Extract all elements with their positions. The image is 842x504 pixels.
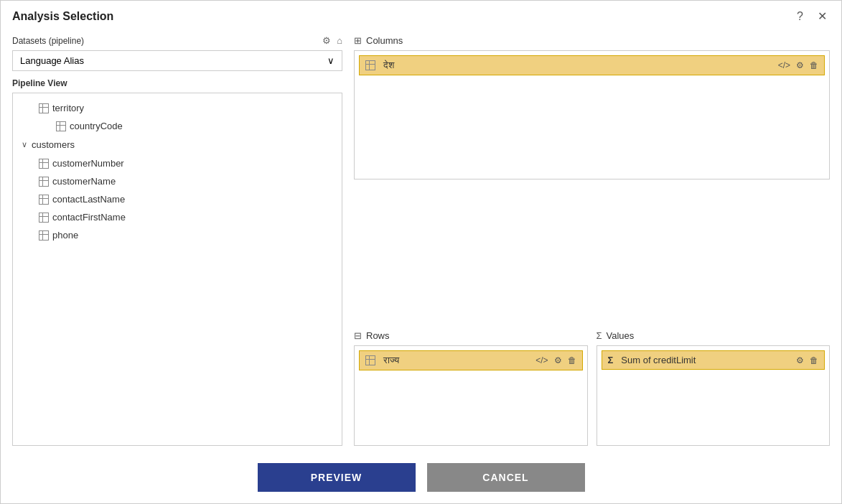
dialog-title: Analysis Selection (12, 10, 113, 23)
tree-label: contactLastName (52, 194, 125, 205)
table-icon (39, 195, 49, 205)
sigma-icon: Σ (597, 330, 602, 341)
rows-label: Rows (366, 330, 390, 341)
tree-item-phone[interactable]: phone (16, 226, 339, 244)
dialog-footer: PREVIEW CANCEL (1, 452, 841, 503)
columns-icon: ⊞ (354, 35, 362, 46)
tree-item-territory[interactable]: territory (16, 99, 339, 117)
cancel-button[interactable]: CANCEL (427, 463, 585, 492)
field-pill-left: Σ Sum of creditLimit (608, 355, 696, 365)
tree-group-label: customers (32, 139, 75, 150)
value-field-creditLimit[interactable]: Σ Sum of creditLimit ⚙ 🗑 (602, 350, 825, 370)
sum-icon: Σ (608, 355, 614, 365)
home-icon[interactable]: ⌂ (337, 35, 342, 46)
delete-icon[interactable]: 🗑 (568, 355, 576, 365)
filter-icon[interactable]: ⚙ (322, 35, 331, 46)
tree-label: contactFirstName (52, 212, 126, 223)
tree-label: phone (52, 230, 78, 241)
tree-label: customerName (52, 176, 116, 187)
values-label: Values (607, 330, 635, 341)
pipeline-view-label: Pipeline View (12, 78, 342, 88)
rows-section: ⊟ Rows राज्य </> ⚙ (354, 330, 588, 446)
table-icon (39, 230, 49, 241)
table-icon (39, 159, 49, 169)
field-pill-actions: </> ⚙ 🗑 (535, 355, 576, 365)
left-panel: Datasets (pipeline) ⚙ ⌂ Language Alias ∨… (12, 35, 342, 446)
values-header: Σ Values (597, 330, 831, 341)
field-label: राज्य (383, 355, 399, 366)
help-button[interactable]: ? (794, 9, 806, 24)
table-icon (39, 103, 49, 113)
tree-item-contactFirstName[interactable]: contactFirstName (16, 208, 339, 226)
tree-label: countryCode (70, 121, 123, 131)
dataset-icons: ⚙ ⌂ (322, 35, 342, 46)
dataset-label-row: Datasets (pipeline) ⚙ ⌂ (12, 35, 342, 46)
tree-item-customerNumber[interactable]: customerNumber (16, 154, 339, 172)
dialog-header: Analysis Selection ? ✕ (1, 1, 841, 29)
columns-section: ⊞ Columns देश </> ⚙ 🗑 (354, 35, 830, 322)
field-pill-actions: ⚙ 🗑 (796, 355, 818, 365)
columns-body[interactable]: देश </> ⚙ 🗑 (354, 50, 830, 179)
columns-header: ⊞ Columns (354, 35, 830, 46)
dataset-dropdown[interactable]: Language Alias ∨ (12, 50, 342, 71)
field-table-icon (365, 355, 375, 365)
table-icon (39, 213, 49, 223)
dropdown-value: Language Alias (20, 55, 84, 66)
table-icon (39, 177, 49, 187)
column-field-desh[interactable]: देश </> ⚙ 🗑 (359, 55, 825, 75)
settings-icon[interactable]: ⚙ (796, 355, 804, 365)
rows-icon: ⊟ (354, 330, 362, 341)
row-field-rajya[interactable]: राज्य </> ⚙ 🗑 (359, 350, 583, 370)
datasets-label: Datasets (pipeline) (12, 36, 84, 46)
tree-container[interactable]: territory countryCode ∨ customers (12, 93, 342, 446)
bottom-sections: ⊟ Rows राज्य </> ⚙ (354, 330, 830, 446)
settings-icon[interactable]: ⚙ (796, 60, 804, 70)
settings-icon[interactable]: ⚙ (554, 355, 562, 365)
header-controls: ? ✕ (794, 9, 830, 24)
tree-item-customerName[interactable]: customerName (16, 172, 339, 190)
close-button[interactable]: ✕ (815, 9, 830, 24)
dropdown-chevron: ∨ (327, 55, 335, 66)
code-icon[interactable]: </> (778, 60, 790, 70)
field-pill-actions: </> ⚙ 🗑 (778, 60, 818, 70)
field-pill-left: देश (365, 60, 394, 71)
table-icon (56, 121, 66, 131)
field-pill-left: राज्य (365, 355, 399, 366)
right-panel: ⊞ Columns देश </> ⚙ 🗑 (354, 35, 830, 446)
tree-item-contactLastName[interactable]: contactLastName (16, 190, 339, 208)
delete-icon[interactable]: 🗑 (810, 60, 818, 70)
field-table-icon (365, 60, 375, 70)
chevron-down-icon: ∨ (22, 140, 27, 149)
values-body[interactable]: Σ Sum of creditLimit ⚙ 🗑 (597, 345, 831, 446)
tree-label: customerNumber (52, 158, 124, 169)
field-label: देश (383, 60, 394, 71)
tree-item-customers-group[interactable]: ∨ customers (16, 135, 339, 154)
code-icon[interactable]: </> (535, 355, 548, 365)
field-label: Sum of creditLimit (621, 355, 696, 365)
dialog-content: Datasets (pipeline) ⚙ ⌂ Language Alias ∨… (1, 29, 841, 452)
rows-header: ⊟ Rows (354, 330, 588, 341)
tree-item-countryCode[interactable]: countryCode (16, 117, 339, 135)
rows-body[interactable]: राज्य </> ⚙ 🗑 (354, 345, 588, 446)
preview-button[interactable]: PREVIEW (258, 463, 416, 492)
columns-label: Columns (366, 35, 403, 46)
delete-icon[interactable]: 🗑 (810, 355, 818, 365)
values-section: Σ Values Σ Sum of creditLimit ⚙ (597, 330, 831, 446)
tree-label: territory (52, 103, 84, 113)
